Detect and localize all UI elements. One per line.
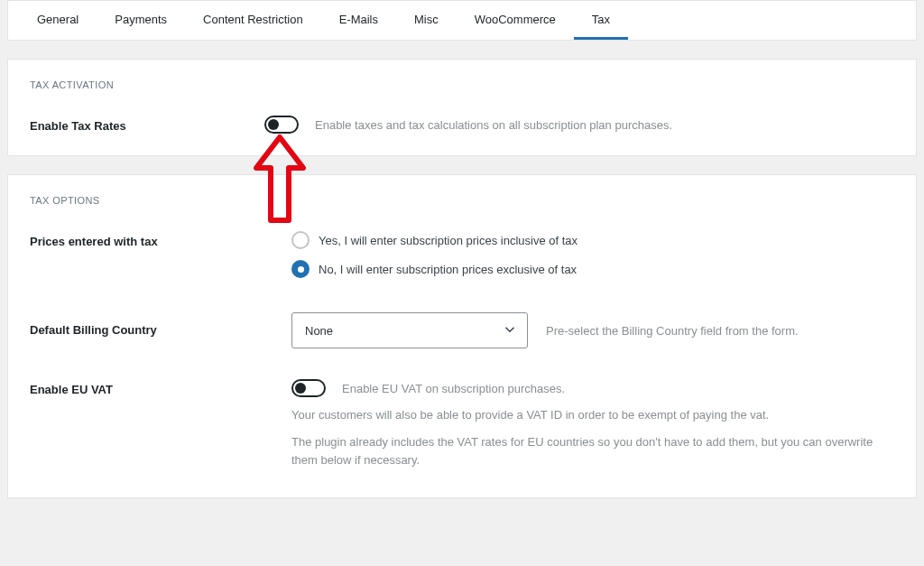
enable-tax-rates-label: Enable Tax Rates (30, 116, 264, 133)
section-title: TAX ACTIVATION (30, 79, 894, 90)
tab-content-restriction[interactable]: Content Restriction (185, 1, 321, 40)
prices-tax-option-exclusive[interactable]: No, I will enter subscription prices exc… (291, 260, 894, 278)
default-billing-country-help: Pre-select the Billing Country field fro… (546, 324, 799, 338)
enable-tax-rates-toggle[interactable] (264, 116, 299, 134)
radio-icon (291, 260, 310, 278)
default-billing-country-label: Default Billing Country (30, 312, 291, 337)
tab-misc[interactable]: Misc (396, 1, 457, 40)
radio-label: Yes, I will enter subscription prices in… (319, 234, 578, 247)
chevron-down-icon (502, 321, 518, 340)
prices-tax-option-inclusive[interactable]: Yes, I will enter subscription prices in… (291, 231, 894, 249)
enable-eu-vat-help: Enable EU VAT on subscription purchases. (342, 382, 565, 395)
enable-eu-vat-label: Enable EU VAT (30, 379, 291, 396)
select-value: None (305, 324, 333, 338)
tab-emails[interactable]: E-Mails (321, 1, 396, 40)
tab-woocommerce[interactable]: WooCommerce (457, 1, 574, 40)
tab-tax[interactable]: Tax (574, 1, 628, 40)
tabs: General Payments Content Restriction E-M… (8, 1, 916, 40)
radio-label: No, I will enter subscription prices exc… (319, 263, 577, 276)
tab-payments[interactable]: Payments (97, 1, 185, 40)
tax-options-section: TAX OPTIONS Prices entered with tax Yes,… (7, 174, 917, 497)
section-title: TAX OPTIONS (30, 195, 894, 206)
radio-icon (291, 231, 310, 249)
enable-eu-vat-note-1: Your customers will also be able to prov… (291, 406, 894, 424)
prices-tax-label: Prices entered with tax (30, 231, 291, 248)
tax-activation-section: TAX ACTIVATION Enable Tax Rates Enable t… (7, 59, 917, 156)
enable-eu-vat-note-2: The plugin already includes the VAT rate… (291, 433, 894, 469)
enable-eu-vat-toggle[interactable] (291, 379, 326, 397)
enable-tax-rates-help: Enable taxes and tax calculations on all… (315, 118, 672, 132)
default-billing-country-select[interactable]: None (291, 312, 528, 348)
tab-general[interactable]: General (19, 1, 97, 40)
